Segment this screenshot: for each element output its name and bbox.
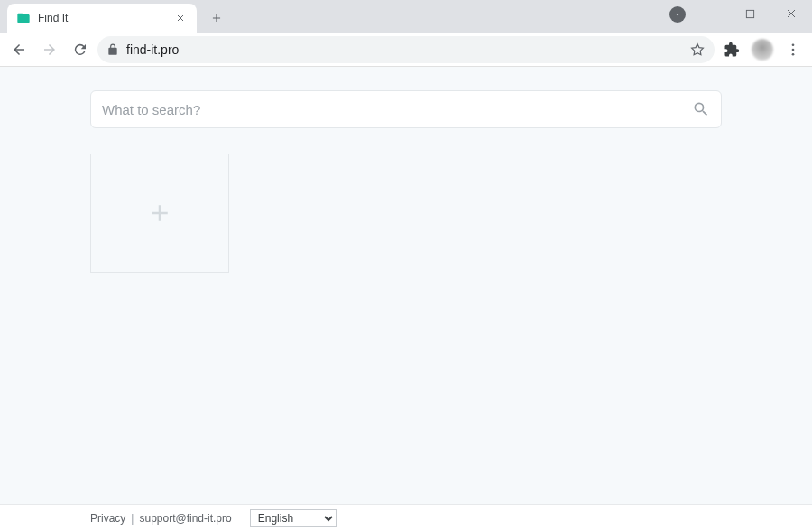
window-minimize-button[interactable] — [687, 0, 729, 27]
search-input[interactable] — [102, 102, 683, 117]
language-select[interactable]: English — [250, 509, 337, 527]
address-bar-url: find-it.pro — [126, 42, 682, 57]
lock-icon — [106, 43, 119, 56]
window-maximize-button[interactable] — [729, 0, 770, 27]
privacy-link[interactable]: Privacy — [90, 512, 125, 525]
support-email-link[interactable]: support@find-it.pro — [139, 512, 231, 525]
svg-rect-0 — [746, 10, 753, 17]
browser-menu-button[interactable] — [780, 36, 807, 63]
footer-separator: | — [131, 512, 134, 525]
nav-back-button[interactable] — [5, 36, 32, 63]
window-close-button[interactable] — [770, 0, 812, 27]
window-controls — [687, 0, 812, 27]
extensions-icon[interactable] — [718, 36, 745, 63]
tab-favicon-folder-icon — [16, 11, 31, 25]
search-bar[interactable] — [90, 90, 722, 128]
address-bar[interactable]: find-it.pro — [97, 36, 715, 63]
nav-forward-button[interactable] — [36, 36, 63, 63]
search-icon[interactable] — [692, 100, 710, 118]
bookmark-star-icon[interactable] — [689, 42, 706, 58]
svg-point-3 — [792, 52, 795, 55]
svg-point-1 — [792, 43, 795, 46]
nav-reload-button[interactable] — [67, 36, 94, 63]
account-indicator-icon[interactable] — [669, 6, 686, 23]
add-tile-button[interactable] — [90, 154, 229, 273]
svg-point-2 — [792, 48, 795, 51]
profile-avatar[interactable] — [749, 36, 776, 63]
tab-title: Find It — [38, 12, 166, 24]
new-tab-button[interactable] — [204, 5, 229, 31]
tab-close-button[interactable] — [173, 11, 188, 25]
browser-toolbar: find-it.pro — [0, 33, 812, 67]
browser-titlebar: Find It — [0, 0, 812, 33]
browser-tab[interactable]: Find It — [7, 4, 197, 33]
plus-icon — [146, 200, 173, 227]
page-content: Privacy | support@find-it.pro English — [0, 67, 812, 531]
page-footer: Privacy | support@find-it.pro English — [0, 504, 812, 531]
avatar-icon — [752, 39, 773, 61]
